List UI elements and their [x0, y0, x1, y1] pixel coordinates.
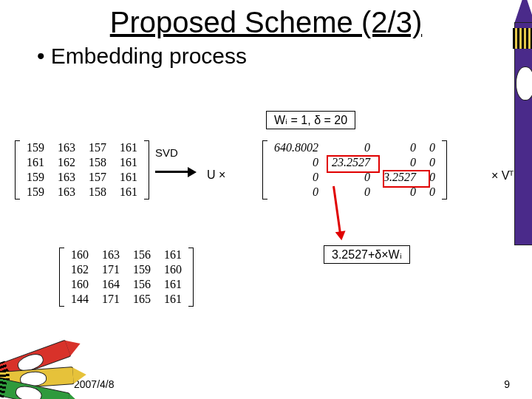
bullet-embedding: • Embedding process: [37, 44, 532, 69]
matrix-cell: 164: [95, 277, 126, 292]
formula-box: 3.2527+δ×Wᵢ: [324, 245, 410, 264]
matrix-cell: 161: [157, 292, 188, 307]
matrix-cell: 163: [51, 140, 82, 155]
matrix-cell: 163: [51, 170, 82, 185]
matrix-cell: 160: [64, 277, 95, 292]
matrix-cell: 171: [95, 292, 126, 307]
params-box: Wᵢ = 1, δ = 20: [266, 111, 355, 129]
matrix-cell: 0: [325, 140, 377, 155]
matrix-cell: 640.8002: [267, 140, 325, 155]
u-times-label: U ×: [207, 168, 225, 182]
matrix-cell: 162: [64, 262, 95, 277]
matrix-cell: 156: [126, 277, 157, 292]
matrix-cell: 171: [95, 262, 126, 277]
matrix-cell: 157: [82, 170, 113, 185]
matrix-cell: 0: [325, 170, 377, 185]
page-number: 9: [504, 378, 510, 390]
matrix-cell: 160: [64, 248, 95, 262]
slide-title: Proposed Scheme (2/3): [0, 6, 532, 39]
matrix-cell: 144: [64, 292, 95, 307]
matrix-cell: 0: [377, 140, 423, 155]
matrix-cell: 0: [423, 155, 442, 170]
matrix-cell: 159: [20, 185, 51, 200]
matrix-cell: 161: [113, 155, 144, 170]
matrix-output-B: 1601631561611621711591601601641561611441…: [59, 248, 194, 307]
matrix-input-A: 1591631571611611621581611591631571611591…: [15, 140, 149, 200]
matrix-cell: 161: [113, 185, 144, 200]
matrix-cell: 161: [113, 170, 144, 185]
crayons-corner-icon: [0, 318, 96, 399]
matrix-cell: 161: [20, 155, 51, 170]
v-transpose-label: × Vᵀ: [491, 168, 514, 183]
matrix-cell: 0: [377, 185, 423, 200]
matrix-cell: 161: [113, 140, 144, 155]
matrix-cell: 161: [157, 248, 188, 262]
matrix-cell: 0: [377, 155, 423, 170]
matrix-cell: 157: [82, 140, 113, 155]
matrix-cell: 159: [126, 262, 157, 277]
matrix-cell: 0: [423, 185, 442, 200]
matrix-cell: 158: [82, 155, 113, 170]
matrix-cell: 0: [423, 140, 442, 155]
matrix-S: 640.8002000023.252700003.252700000: [262, 140, 447, 200]
matrix-cell: 156: [126, 248, 157, 262]
matrix-cell: 159: [20, 170, 51, 185]
matrix-cell: 0: [423, 170, 442, 185]
crayon-purple-icon: [511, 0, 532, 244]
svd-label: SVD: [155, 146, 178, 159]
matrix-cell: 165: [126, 292, 157, 307]
matrix-cell: 163: [51, 185, 82, 200]
matrix-cell: 0: [267, 155, 325, 170]
matrix-cell: 159: [20, 140, 51, 155]
arrow-svd-icon: [155, 168, 197, 174]
matrix-cell: 0: [267, 170, 325, 185]
matrix-cell: 161: [157, 277, 188, 292]
matrix-cell: 3.2527: [377, 170, 423, 185]
matrix-cell: 0: [267, 185, 325, 200]
matrix-cell: 163: [95, 248, 126, 262]
matrix-cell: 158: [82, 185, 113, 200]
bullet-text: Embedding process: [51, 44, 247, 68]
matrix-cell: 162: [51, 155, 82, 170]
matrix-cell: 160: [157, 262, 188, 277]
matrix-cell: 23.2527: [325, 155, 377, 170]
